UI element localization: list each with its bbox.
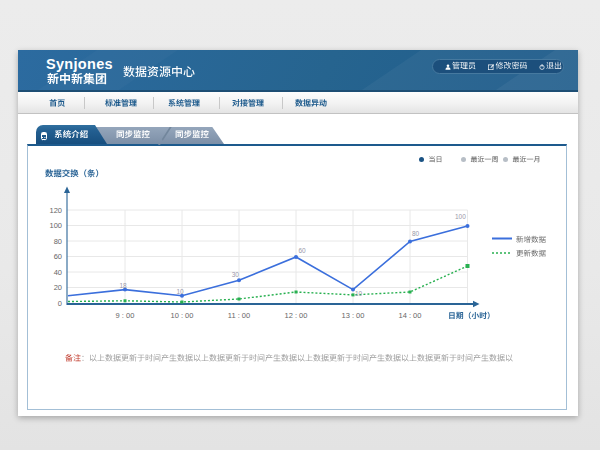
svg-text:80: 80 — [412, 230, 420, 237]
svg-text:30: 30 — [232, 271, 240, 278]
svg-text:60: 60 — [299, 247, 307, 254]
svg-text:10: 10 — [355, 290, 363, 297]
svg-text:13 : 00: 13 : 00 — [342, 311, 365, 320]
svg-text:11 : 00: 11 : 00 — [228, 311, 250, 320]
svg-text:40: 40 — [54, 268, 62, 277]
svg-text:0: 0 — [58, 299, 62, 308]
svg-text:80: 80 — [54, 237, 62, 246]
svg-text:9 : 00: 9 : 00 — [116, 311, 135, 320]
svg-text:120: 120 — [49, 206, 62, 215]
svg-text:20: 20 — [54, 283, 62, 292]
svg-text:10 : 00: 10 : 00 — [171, 311, 194, 320]
svg-text:10: 10 — [177, 288, 185, 295]
svg-text:100: 100 — [49, 221, 62, 230]
svg-text:60: 60 — [54, 252, 62, 261]
svg-text:100: 100 — [455, 213, 466, 220]
svg-text:18: 18 — [120, 282, 128, 289]
svg-text:14 : 00: 14 : 00 — [399, 311, 422, 320]
svg-text:12 : 00: 12 : 00 — [285, 311, 308, 320]
